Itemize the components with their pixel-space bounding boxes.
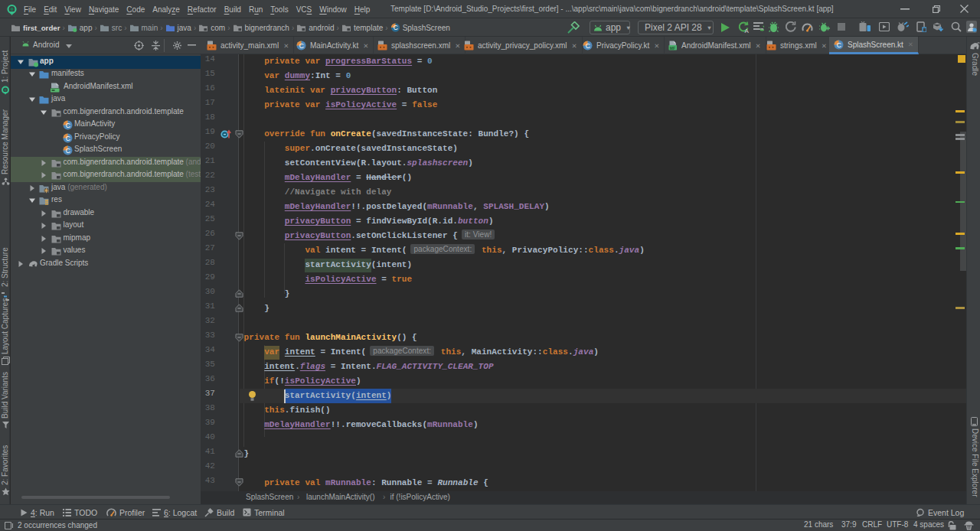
svg-text:C: C — [393, 24, 397, 31]
svg-text:C: C — [66, 122, 70, 129]
svg-text:C: C — [837, 41, 841, 48]
svg-text:C: C — [66, 147, 70, 155]
svg-text:MF: MF — [670, 46, 675, 50]
svg-text:C: C — [299, 42, 304, 50]
svg-text:A: A — [745, 28, 750, 34]
svg-text:C: C — [66, 134, 70, 142]
svg-text:C: C — [586, 42, 590, 50]
